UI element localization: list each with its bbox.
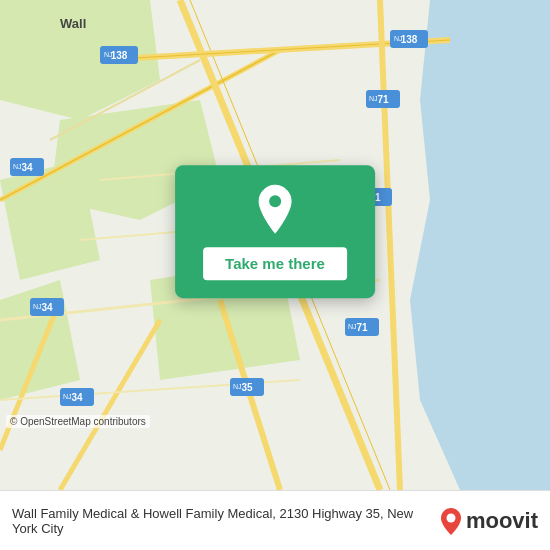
moovit-logo-text: moovit bbox=[466, 508, 538, 534]
svg-point-57 bbox=[269, 195, 281, 207]
svg-text:138: 138 bbox=[401, 34, 418, 45]
svg-text:NJ: NJ bbox=[394, 35, 403, 42]
svg-marker-1 bbox=[410, 0, 550, 490]
svg-point-3 bbox=[445, 162, 495, 198]
svg-text:NJ: NJ bbox=[369, 95, 378, 102]
osm-attribution: © OpenStreetMap contributors bbox=[6, 415, 150, 428]
moovit-pin-icon bbox=[440, 507, 462, 535]
svg-text:35: 35 bbox=[241, 382, 253, 393]
svg-text:34: 34 bbox=[71, 392, 83, 403]
svg-text:NJ: NJ bbox=[348, 323, 357, 330]
svg-text:NJ: NJ bbox=[33, 303, 42, 310]
svg-text:34: 34 bbox=[21, 162, 33, 173]
svg-text:34: 34 bbox=[41, 302, 53, 313]
map-container: 138 NJ 138 NJ 34 NJ 34 NJ 34 NJ 71 NJ 71… bbox=[0, 0, 550, 490]
svg-point-58 bbox=[446, 513, 455, 522]
moovit-logo[interactable]: moovit bbox=[440, 507, 538, 535]
location-description: Wall Family Medical & Howell Family Medi… bbox=[12, 506, 440, 536]
overlay-card: Take me there bbox=[175, 165, 375, 298]
svg-text:NJ: NJ bbox=[104, 51, 113, 58]
svg-text:NJ: NJ bbox=[233, 383, 242, 390]
location-pin-icon bbox=[253, 183, 297, 239]
svg-point-5 bbox=[492, 348, 528, 392]
svg-text:Wall: Wall bbox=[60, 16, 86, 31]
bottom-bar: Wall Family Medical & Howell Family Medi… bbox=[0, 490, 550, 550]
svg-point-4 bbox=[470, 255, 510, 305]
svg-text:NJ: NJ bbox=[13, 163, 22, 170]
svg-text:71: 71 bbox=[356, 322, 368, 333]
take-me-there-button[interactable]: Take me there bbox=[203, 247, 347, 280]
svg-text:NJ: NJ bbox=[63, 393, 72, 400]
svg-text:138: 138 bbox=[111, 50, 128, 61]
svg-text:71: 71 bbox=[377, 94, 389, 105]
